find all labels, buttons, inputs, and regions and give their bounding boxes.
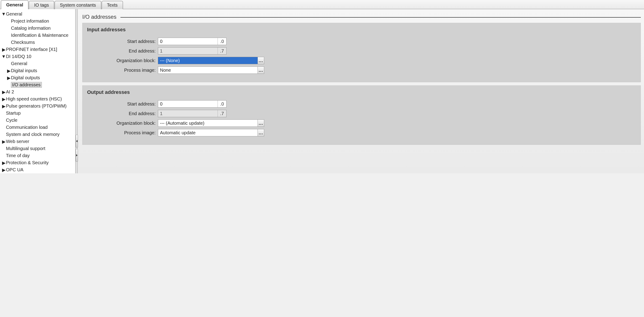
- tree-label: Identification & Maintenance: [11, 33, 68, 38]
- tree-startup[interactable]: ▶ Startup: [0, 110, 75, 117]
- tree-protection-security[interactable]: ▶ Protection & Security: [0, 159, 75, 166]
- tree-di14dq10[interactable]: ▼ DI 14/DQ 10: [0, 53, 75, 60]
- tree-label: I/O addresses: [11, 82, 42, 88]
- input-end-address: 1 .7: [158, 47, 226, 55]
- tree-communication-load[interactable]: ▶ Communication load: [0, 124, 75, 131]
- sidebar-tree: ▼ General ▶ Project information ▶ Catalo…: [0, 9, 76, 173]
- tree-label: DI 14/DQ 10: [6, 54, 31, 59]
- caret-right-icon: ▶: [2, 167, 6, 173]
- input-suffix: .7: [218, 110, 226, 117]
- input-start-address[interactable]: 0 .0: [158, 38, 226, 45]
- select-value: Automatic update: [158, 129, 258, 136]
- tree-ai2[interactable]: ▶ AI 2: [0, 88, 75, 95]
- tree-label: Multilingual support: [6, 146, 45, 151]
- tree-label: AI 2: [6, 89, 14, 95]
- select-value: None: [158, 67, 258, 73]
- select-process-image[interactable]: None ...: [158, 66, 264, 74]
- panel-input-addresses: Input addresses Start address: 0 .0 End …: [82, 23, 641, 82]
- tree-io-addresses[interactable]: ▶ I/O addresses: [0, 81, 75, 88]
- tree-identification-maintenance[interactable]: ▶ Identification & Maintenance: [0, 32, 75, 39]
- tab-io-tags[interactable]: IO tags: [29, 1, 54, 9]
- content-area: I/O addresses Input addresses Start addr…: [78, 9, 644, 173]
- input-suffix: .7: [218, 47, 226, 54]
- tab-label: Texts: [107, 2, 118, 8]
- tree-label: General: [11, 61, 27, 66]
- tree-digital-inputs[interactable]: ▶ Digital inputs: [0, 67, 75, 74]
- input-suffix: .0: [218, 38, 226, 45]
- select-organization-block[interactable]: --- (Automatic update) ...: [158, 119, 264, 127]
- tree-label: Checksums: [11, 40, 35, 45]
- tree-hsc[interactable]: ▶ High speed counters (HSC): [0, 95, 75, 103]
- tab-label: General: [6, 2, 23, 7]
- tab-label: IO tags: [34, 2, 49, 8]
- caret-right-icon: ▶: [2, 103, 6, 109]
- input-value: 1: [158, 47, 218, 54]
- tab-label: System constants: [60, 2, 96, 8]
- tree-checksums[interactable]: ▶ Checksums: [0, 39, 75, 46]
- tree-cycle[interactable]: ▶ Cycle: [0, 117, 75, 124]
- caret-right-icon: ▶: [2, 96, 6, 102]
- svg-marker-1: [76, 154, 78, 156]
- tree-catalog-information[interactable]: ▶ Catalog information: [0, 25, 75, 32]
- tree-label: Cycle: [6, 118, 17, 123]
- tree-opc-ua[interactable]: ▶ OPC UA: [0, 166, 75, 173]
- tree-label: Project information: [11, 18, 49, 24]
- tree-digital-outputs[interactable]: ▶ Digital outputs: [0, 74, 75, 81]
- caret-right-icon: ▶: [7, 75, 10, 81]
- label-organization-block: Organization block:: [87, 58, 158, 63]
- label-process-image: Process image:: [87, 130, 158, 135]
- input-value: 1: [158, 110, 218, 117]
- expand-right-icon[interactable]: [76, 149, 78, 162]
- tree-pto-pwm[interactable]: ▶ Pulse generators (PTO/PWM): [0, 103, 75, 110]
- tree-label: Digital outputs: [11, 75, 40, 80]
- output-end-address: 1 .7: [158, 110, 226, 117]
- tree-multilingual-support[interactable]: ▶ Multilingual support: [0, 145, 75, 152]
- tree-label: Protection & Security: [6, 160, 49, 165]
- input-value: 0: [158, 100, 218, 107]
- tree-label: OPC UA: [6, 167, 24, 172]
- tree-label: Pulse generators (PTO/PWM): [6, 103, 66, 109]
- input-value: 0: [158, 38, 218, 45]
- input-suffix: .0: [218, 100, 226, 107]
- tab-texts[interactable]: Texts: [102, 1, 123, 9]
- caret-down-icon: ▼: [2, 54, 6, 59]
- tree-label: General: [6, 11, 22, 17]
- svg-marker-0: [76, 140, 78, 142]
- select-process-image[interactable]: Automatic update ...: [158, 129, 264, 136]
- label-start-address: Start address:: [87, 39, 158, 44]
- tree-system-clock-memory[interactable]: ▶ System and clock memory: [0, 131, 75, 138]
- label-start-address: Start address:: [87, 101, 158, 107]
- label-organization-block: Organization block:: [87, 121, 158, 126]
- ellipsis-button[interactable]: ...: [258, 67, 264, 73]
- caret-right-icon: ▶: [2, 89, 6, 95]
- collapse-left-icon[interactable]: [76, 135, 78, 148]
- label-end-address: End address:: [87, 111, 158, 116]
- section-title: I/O addresses: [82, 14, 120, 20]
- tree-label: Catalog information: [11, 25, 50, 31]
- tree-project-information[interactable]: ▶ Project information: [0, 17, 75, 25]
- tree-web-server[interactable]: ▶ Web server: [0, 138, 75, 145]
- tree-label: Digital inputs: [11, 68, 37, 73]
- splitter[interactable]: [76, 9, 78, 173]
- tree-profinet-interface[interactable]: ▶ PROFINET interface [X1]: [0, 46, 75, 53]
- tree-label: PROFINET interface [X1]: [6, 47, 57, 52]
- ellipsis-button[interactable]: ...: [258, 129, 264, 136]
- caret-right-icon: ▶: [2, 160, 6, 166]
- ellipsis-button[interactable]: ...: [258, 57, 264, 64]
- ellipsis-button[interactable]: ...: [258, 120, 264, 127]
- tree-label: Web server: [6, 139, 29, 144]
- label-process-image: Process image:: [87, 68, 158, 73]
- tab-general[interactable]: General: [1, 0, 28, 9]
- output-start-address[interactable]: 0 .0: [158, 100, 226, 108]
- tree-label: Time of day: [6, 153, 30, 158]
- tree-label: System and clock memory: [6, 132, 60, 137]
- tree-general[interactable]: ▼ General: [0, 10, 75, 17]
- select-value: --- (None): [158, 57, 258, 64]
- tree-label: Communication load: [6, 125, 48, 130]
- select-organization-block[interactable]: --- (None) ...: [158, 57, 264, 64]
- tree-di-general[interactable]: ▶ General: [0, 60, 75, 67]
- tree-label: Startup: [6, 111, 20, 116]
- panel-title: Input addresses: [87, 27, 636, 33]
- tab-system-constants[interactable]: System constants: [54, 1, 101, 9]
- tree-time-of-day[interactable]: ▶ Time of day: [0, 152, 75, 159]
